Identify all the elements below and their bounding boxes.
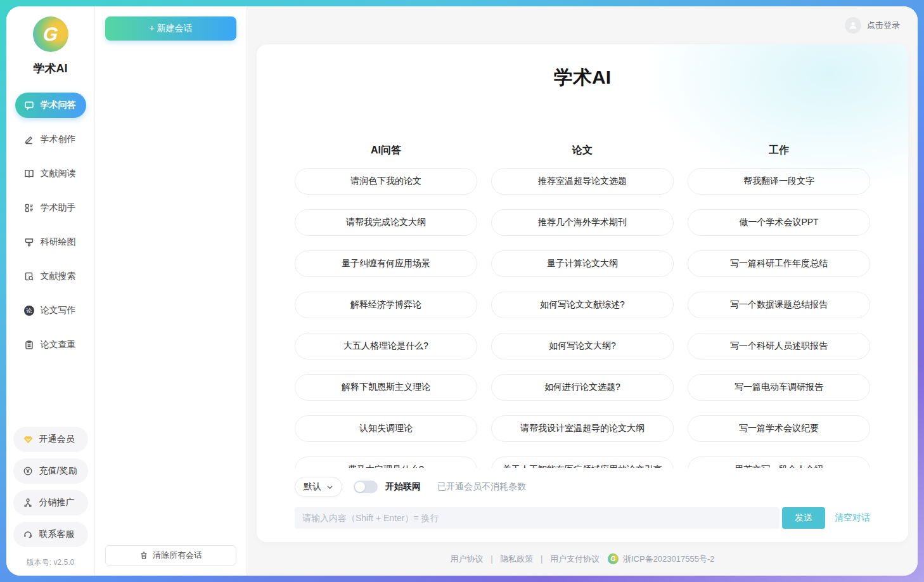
input-row: 发送 清空对话: [295, 507, 870, 529]
composer: 默认 开始联网 已开通会员不消耗条数 发送 清空对话: [257, 468, 908, 542]
footer-link-payment-agreement[interactable]: 用户支付协议: [550, 553, 600, 565]
icp-number: 浙ICP备2023017555号-2: [623, 553, 715, 565]
sidebar-item-label: 充值/奖励: [39, 465, 77, 477]
trash-icon: [139, 551, 148, 560]
app-logo: G: [33, 16, 68, 52]
sidebar-item-label: 分销推广: [39, 497, 75, 508]
member-hint: 已开通会员不消耗条数: [437, 481, 526, 493]
footer-separator: ｜: [488, 553, 496, 565]
suggestion-button[interactable]: 量子纠缠有何应用场景: [295, 250, 477, 277]
conversation-list: [105, 41, 236, 545]
column-header: 论文: [491, 144, 674, 157]
sidebar-item-label: 论文查重: [41, 339, 76, 351]
sidebar-item-drawing[interactable]: 科研绘图: [15, 230, 86, 255]
sidebar-item-label: 学术助手: [41, 202, 76, 214]
clipboard-icon: [24, 340, 35, 351]
app-title: 学术AI: [34, 61, 68, 76]
sidebar-item-writing[interactable]: 学术创作: [15, 127, 86, 152]
model-select-value: 默认: [304, 481, 321, 493]
chat-icon: [24, 100, 35, 111]
suggestion-button[interactable]: 请帮我完成论文大纲: [295, 209, 477, 236]
page-footer: 用户协议 ｜ 隐私政策 ｜ 用户支付协议 G 浙ICP备2023017555号-…: [247, 542, 918, 576]
sidebar-item-label: 学术问答: [41, 100, 76, 111]
clear-chat-link[interactable]: 清空对话: [835, 512, 870, 524]
sidebar-item-recharge[interactable]: 充值/奖励: [13, 458, 88, 484]
footer-link-privacy-policy[interactable]: 隐私政策: [500, 553, 533, 565]
toggle-knob: [355, 482, 365, 492]
icp-logo-icon: G: [608, 553, 619, 564]
new-session-button[interactable]: + 新建会话: [105, 16, 236, 41]
brush-icon: [24, 237, 35, 248]
version-label: 版本号: v2.5.0: [27, 557, 74, 568]
sidebar-item-plagiarism-check[interactable]: 论文查重: [15, 332, 86, 358]
column-paper: 论文 推荐室温超导论文选题 推荐几个海外学术期刊 量子计算论文大纲 如何写论文文…: [491, 144, 674, 498]
suggestion-button[interactable]: 做一个学术会议PPT: [688, 209, 870, 236]
app-logo-letter: G: [42, 25, 58, 44]
sidebar-item-label: 开通会员: [39, 434, 75, 445]
suggestion-button[interactable]: 帮我翻译一段文字: [688, 168, 870, 195]
share-network-icon: [23, 498, 34, 508]
chevron-down-icon: [326, 484, 333, 491]
send-button[interactable]: 发送: [782, 507, 825, 529]
sidebar-item-paper-writing[interactable]: 论 论文写作: [15, 298, 86, 323]
sidebar-item-membership[interactable]: 开通会员: [13, 427, 88, 452]
suggestion-button[interactable]: 请帮我设计室温超导的论文大纲: [491, 415, 674, 442]
conversation-panel: + 新建会话 清除所有会话: [95, 6, 247, 576]
column-header: 工作: [688, 144, 870, 157]
welcome-card: 学术AI AI问答 请润色下我的论文 请帮我完成论文大纲 量子纠缠有何应用场景 …: [257, 44, 908, 542]
topbar: 点击登录: [247, 6, 918, 44]
web-search-label: 开始联网: [385, 481, 421, 493]
clear-all-sessions-button[interactable]: 清除所有会话: [105, 545, 236, 566]
suggestion-columns: AI问答 请润色下我的论文 请帮我完成论文大纲 量子纠缠有何应用场景 解释经济学…: [257, 144, 908, 498]
column-ai-qa: AI问答 请润色下我的论文 请帮我完成论文大纲 量子纠缠有何应用场景 解释经济学…: [295, 144, 477, 498]
web-search-toggle[interactable]: [354, 481, 378, 493]
suggestion-button[interactable]: 写一篇学术会议纪要: [688, 415, 870, 442]
sidebar-item-reading[interactable]: 文献阅读: [15, 161, 86, 186]
sidebar-item-affiliate[interactable]: 分销推广: [13, 490, 88, 515]
suggestion-button[interactable]: 写一篇电动车调研报告: [688, 374, 870, 401]
sidebar-item-label: 科研绘图: [41, 236, 76, 248]
suggestion-button[interactable]: 写一篇科研工作年度总结: [688, 250, 870, 277]
app-window: G 学术AI 学术问答 学术创作 文献阅读: [6, 6, 918, 576]
sidebar-item-label: 文献阅读: [41, 168, 76, 179]
sidebar-item-label: 联系客服: [39, 529, 75, 540]
suggestion-button[interactable]: 如何写论文文献综述?: [491, 292, 674, 318]
suggestion-button[interactable]: 如何进行论文选题?: [491, 374, 674, 401]
gem-icon: [23, 434, 34, 445]
suggestion-button[interactable]: 解释下凯恩斯主义理论: [295, 374, 477, 401]
footer-link-user-agreement[interactable]: 用户协议: [451, 553, 484, 565]
sidebar-item-label: 论文写作: [41, 305, 76, 316]
doc-search-icon: [24, 271, 35, 282]
coin-icon: [23, 466, 34, 477]
suggestion-button[interactable]: 如何写论文大纲?: [491, 333, 674, 359]
suggestion-button[interactable]: 推荐几个海外学术期刊: [491, 209, 674, 236]
gradient-frame: G 学术AI 学术问答 学术创作 文献阅读: [0, 0, 924, 582]
sidebar-footer-nav: 开通会员 充值/奖励 分销推广 联系客服: [13, 427, 88, 547]
sidebar-item-label: 文献搜索: [41, 271, 76, 282]
sidebar-item-support[interactable]: 联系客服: [13, 522, 88, 547]
book-icon: [24, 169, 35, 179]
sidebar-item-search[interactable]: 文献搜索: [15, 264, 86, 289]
headset-icon: [23, 529, 34, 540]
suggestion-button[interactable]: 大五人格理论是什么?: [295, 333, 477, 359]
suggestion-button[interactable]: 量子计算论文大纲: [491, 250, 674, 277]
suggestion-button[interactable]: 写一个数据课题总结报告: [688, 292, 870, 318]
avatar[interactable]: [845, 17, 861, 34]
login-link[interactable]: 点击登录: [867, 20, 900, 31]
suggestion-button[interactable]: 解释经济学博弈论: [295, 292, 477, 318]
pencil-icon: [24, 134, 35, 145]
sidebar-item-qa[interactable]: 学术问答: [15, 93, 86, 118]
suggestion-button[interactable]: 写一个科研人员述职报告: [688, 333, 870, 359]
composer-controls: 默认 开始联网 已开通会员不消耗条数: [295, 477, 870, 497]
sidebar-item-assistant[interactable]: 学术助手: [15, 195, 86, 221]
chat-input[interactable]: [295, 507, 780, 529]
sidebar: G 学术AI 学术问答 学术创作 文献阅读: [6, 6, 95, 576]
sidebar-item-label: 学术创作: [41, 134, 76, 145]
suggestion-button[interactable]: 认知失调理论: [295, 415, 477, 442]
suggestion-button[interactable]: 推荐室温超导论文选题: [491, 168, 674, 195]
sidebar-nav: 学术问答 学术创作 文献阅读 学术助手: [15, 93, 86, 358]
column-work: 工作 帮我翻译一段文字 做一个学术会议PPT 写一篇科研工作年度总结 写一个数据…: [688, 144, 870, 498]
paper-circle-icon: 论: [24, 306, 35, 316]
model-select[interactable]: 默认: [295, 477, 342, 497]
suggestion-button[interactable]: 请润色下我的论文: [295, 168, 477, 195]
